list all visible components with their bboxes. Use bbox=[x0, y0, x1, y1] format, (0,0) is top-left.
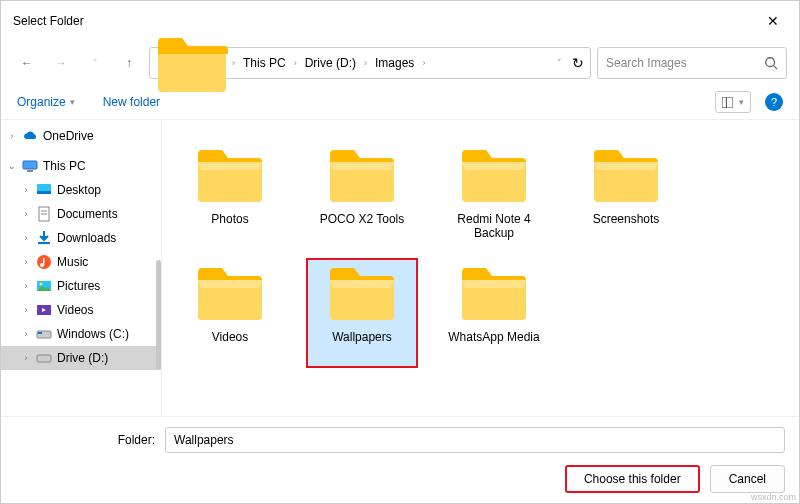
tree-item-videos[interactable]: › Videos bbox=[1, 298, 161, 322]
chevron-right-icon: › bbox=[21, 233, 31, 243]
up-button[interactable]: ↑ bbox=[115, 49, 143, 77]
chevron-right-icon: › bbox=[21, 305, 31, 315]
window-title: Select Folder bbox=[13, 14, 84, 28]
folder-label: Videos bbox=[212, 330, 248, 360]
tree-item-downloads[interactable]: › Downloads bbox=[1, 226, 161, 250]
button-row: Choose this folder Cancel bbox=[15, 465, 785, 493]
chevron-down-icon: ▾ bbox=[739, 97, 744, 107]
refresh-button[interactable]: ↻ bbox=[572, 55, 584, 71]
drive-icon bbox=[36, 350, 52, 366]
chevron-right-icon: › bbox=[7, 131, 17, 141]
folder-name-input[interactable] bbox=[165, 427, 785, 453]
tree-label: Downloads bbox=[57, 231, 116, 245]
svg-line-1 bbox=[774, 66, 778, 70]
tree-label: Drive (D:) bbox=[57, 351, 108, 365]
folder-label: Screenshots bbox=[593, 212, 660, 242]
folder-item[interactable]: Redmi Note 4 Backup bbox=[438, 140, 550, 250]
body: › OneDrive ⌄ This PC › Desktop › Documen… bbox=[1, 120, 799, 416]
tree-item-music[interactable]: › Music bbox=[1, 250, 161, 274]
svg-rect-5 bbox=[27, 170, 33, 172]
view-options-button[interactable]: ▾ bbox=[715, 91, 751, 113]
svg-rect-19 bbox=[38, 332, 42, 334]
folder-icon bbox=[458, 148, 530, 206]
toolbar: Organize ▾ New folder ▾ ? bbox=[1, 85, 799, 120]
help-button[interactable]: ? bbox=[765, 93, 783, 111]
svg-rect-11 bbox=[38, 242, 50, 244]
new-folder-button[interactable]: New folder bbox=[103, 95, 160, 109]
chevron-right-icon: › bbox=[21, 281, 31, 291]
folder-icon bbox=[194, 148, 266, 206]
title-bar: Select Folder ✕ bbox=[1, 1, 799, 41]
folder-grid: PhotosPOCO X2 ToolsRedmi Note 4 BackupSc… bbox=[161, 120, 799, 416]
tree-label: Desktop bbox=[57, 183, 101, 197]
svg-point-0 bbox=[766, 58, 775, 67]
organize-button[interactable]: Organize ▾ bbox=[17, 95, 75, 109]
path-actions: ˅ ↻ bbox=[557, 55, 584, 71]
breadcrumb-item[interactable]: This PC bbox=[239, 54, 290, 72]
chevron-right-icon: › bbox=[232, 58, 235, 68]
recent-dropdown[interactable]: ˅ bbox=[81, 49, 109, 77]
tree-label: Pictures bbox=[57, 279, 100, 293]
tree-label: Windows (C:) bbox=[57, 327, 129, 341]
breadcrumb-item[interactable]: Images bbox=[371, 54, 418, 72]
desktop-icon bbox=[36, 182, 52, 198]
folder-label: Folder: bbox=[15, 433, 155, 447]
folder-item[interactable]: POCO X2 Tools bbox=[306, 140, 418, 250]
tree-item-desktop[interactable]: › Desktop bbox=[1, 178, 161, 202]
folder-icon bbox=[194, 266, 266, 324]
downloads-icon bbox=[36, 230, 52, 246]
footer: Folder: Choose this folder Cancel bbox=[1, 416, 799, 503]
chevron-right-icon: › bbox=[294, 58, 297, 68]
chevron-right-icon: › bbox=[21, 329, 31, 339]
chevron-right-icon: › bbox=[21, 257, 31, 267]
folder-item[interactable]: Wallpapers bbox=[306, 258, 418, 368]
folder-icon bbox=[326, 148, 398, 206]
svg-rect-7 bbox=[37, 191, 51, 194]
folder-icon bbox=[458, 266, 530, 324]
folder-item[interactable]: Videos bbox=[174, 258, 286, 368]
forward-button[interactable]: → bbox=[47, 49, 75, 77]
chevron-right-icon: › bbox=[364, 58, 367, 68]
choose-folder-button[interactable]: Choose this folder bbox=[565, 465, 700, 493]
folder-label: POCO X2 Tools bbox=[320, 212, 404, 242]
folder-label: Redmi Note 4 Backup bbox=[444, 212, 544, 242]
chevron-down-icon: ⌄ bbox=[7, 161, 17, 171]
chevron-right-icon: › bbox=[422, 58, 425, 68]
chevron-down-icon: ▾ bbox=[70, 97, 75, 107]
tree-label: This PC bbox=[43, 159, 86, 173]
folder-item[interactable]: Photos bbox=[174, 140, 286, 250]
search-input[interactable]: Search Images bbox=[597, 47, 787, 79]
folder-item[interactable]: Screenshots bbox=[570, 140, 682, 250]
chevron-right-icon: › bbox=[21, 209, 31, 219]
folder-icon bbox=[156, 34, 228, 92]
breadcrumb-bar[interactable]: › This PC › Drive (D:) › Images › ˅ ↻ bbox=[149, 47, 591, 79]
folder-icon bbox=[590, 148, 662, 206]
tree-label: Documents bbox=[57, 207, 118, 221]
svg-rect-14 bbox=[43, 258, 45, 265]
back-button[interactable]: ← bbox=[13, 49, 41, 77]
tree-item-pictures[interactable]: › Pictures bbox=[1, 274, 161, 298]
history-dropdown[interactable]: ˅ bbox=[557, 58, 562, 68]
scrollbar-thumb[interactable] bbox=[156, 260, 161, 370]
close-button[interactable]: ✕ bbox=[759, 9, 787, 33]
tree-item-drive-d[interactable]: › Drive (D:) bbox=[1, 346, 161, 370]
drive-icon bbox=[36, 326, 52, 342]
folder-item[interactable]: WhatsApp Media bbox=[438, 258, 550, 368]
toolbar-right: ▾ ? bbox=[715, 91, 783, 113]
documents-icon bbox=[36, 206, 52, 222]
tree-item-onedrive[interactable]: › OneDrive bbox=[1, 124, 161, 148]
search-placeholder: Search Images bbox=[606, 56, 687, 70]
pc-icon bbox=[22, 158, 38, 174]
breadcrumb-item[interactable]: Drive (D:) bbox=[301, 54, 360, 72]
music-icon bbox=[36, 254, 52, 270]
cancel-button[interactable]: Cancel bbox=[710, 465, 785, 493]
svg-rect-2 bbox=[722, 97, 733, 108]
tree-item-documents[interactable]: › Documents bbox=[1, 202, 161, 226]
tree-item-thispc[interactable]: ⌄ This PC bbox=[1, 154, 161, 178]
folder-name-row: Folder: bbox=[15, 427, 785, 453]
watermark: wsxdn.com bbox=[751, 492, 796, 502]
nav-bar: ← → ˅ ↑ › This PC › Drive (D:) › Images … bbox=[1, 41, 799, 85]
tree-item-windows-c[interactable]: › Windows (C:) bbox=[1, 322, 161, 346]
chevron-right-icon: › bbox=[21, 185, 31, 195]
svg-rect-20 bbox=[37, 355, 51, 362]
